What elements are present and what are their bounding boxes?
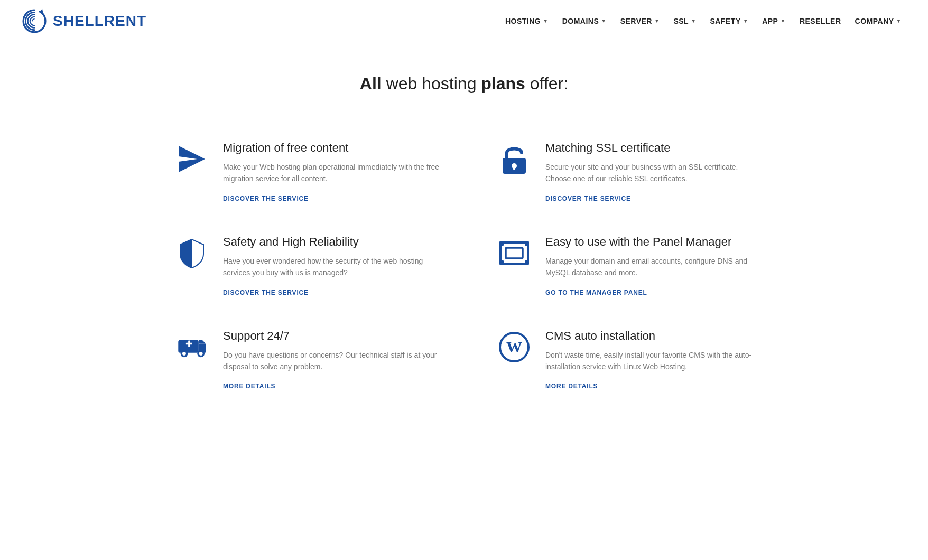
feature-ssl-link[interactable]: DISCOVER THE SERVICE <box>545 195 631 202</box>
feature-support-content: Support 24/7 Do you have questions or co… <box>223 329 443 391</box>
svg-rect-8 <box>499 260 504 265</box>
svg-rect-3 <box>513 166 515 170</box>
chevron-down-icon: ▼ <box>743 18 748 24</box>
chevron-down-icon: ▼ <box>780 18 785 24</box>
main-nav: HOSTING ▼ DOMAINS ▼ SERVER ▼ SSL ▼ SAFET… <box>500 13 907 30</box>
nav-ssl[interactable]: SSL ▼ <box>668 13 701 30</box>
feature-ssl-title: Matching SSL certificate <box>545 141 755 155</box>
nav-safety[interactable]: SAFETY ▼ <box>705 13 754 30</box>
feature-support-link[interactable]: MORE DETAILS <box>223 382 275 390</box>
feature-cms-link[interactable]: MORE DETAILS <box>545 382 598 390</box>
features-grid: Migration of free content Make your Web … <box>168 125 760 406</box>
feature-ssl-desc: Secure your site and your business with … <box>545 161 755 185</box>
feature-panel-desc: Manage your domain and email accounts, c… <box>545 255 755 279</box>
svg-point-14 <box>182 352 186 356</box>
feature-panel-link[interactable]: GO TO THE MANAGER PANEL <box>545 289 647 296</box>
feature-safety-link[interactable]: DISCOVER THE SERVICE <box>223 289 309 296</box>
feature-cms-title: CMS auto installation <box>545 329 755 343</box>
nav-hosting[interactable]: HOSTING ▼ <box>500 13 554 30</box>
nav-reseller[interactable]: RESELLER <box>794 13 847 30</box>
feature-ssl-content: Matching SSL certificate Secure your sit… <box>545 141 755 203</box>
logo-text: SHELLRENT <box>53 13 146 30</box>
feature-support-desc: Do you have questions or concerns? Our t… <box>223 349 443 373</box>
panel-manager-icon <box>496 237 533 269</box>
feature-cms: W CMS auto installation Don't waste time… <box>464 313 760 407</box>
feature-migration-desc: Make your Web hosting plan operational i… <box>223 161 443 185</box>
svg-rect-9 <box>525 260 529 265</box>
logo-icon <box>21 8 48 34</box>
feature-cms-content: CMS auto installation Don't waste time, … <box>545 329 755 391</box>
page-title: All web hosting plans offer: <box>168 74 760 94</box>
chevron-down-icon: ▼ <box>654 18 660 24</box>
feature-cms-desc: Don't waste time, easily install your fa… <box>545 349 755 373</box>
chevron-down-icon: ▼ <box>543 18 548 24</box>
nav-app[interactable]: APP ▼ <box>757 13 791 30</box>
paper-plane-icon <box>173 143 210 175</box>
feature-panel-title: Easy to use with the Panel Manager <box>545 235 755 249</box>
chevron-down-icon: ▼ <box>601 18 606 24</box>
feature-migration-link[interactable]: DISCOVER THE SERVICE <box>223 195 309 202</box>
svg-rect-18 <box>188 340 190 347</box>
wordpress-icon: W <box>496 331 533 363</box>
lock-open-icon <box>496 143 533 175</box>
shield-icon <box>173 237 210 269</box>
feature-support: Support 24/7 Do you have questions or co… <box>168 313 464 407</box>
chevron-down-icon: ▼ <box>691 18 696 24</box>
nav-server[interactable]: SERVER ▼ <box>615 13 665 30</box>
svg-point-16 <box>199 352 203 356</box>
feature-safety-title: Safety and High Reliability <box>223 235 443 249</box>
feature-migration-title: Migration of free content <box>223 141 443 155</box>
feature-support-title: Support 24/7 <box>223 329 443 343</box>
svg-rect-6 <box>499 241 504 246</box>
feature-ssl: Matching SSL certificate Secure your sit… <box>464 125 760 219</box>
feature-safety-content: Safety and High Reliability Have you eve… <box>223 235 443 297</box>
feature-safety-desc: Have you ever wondered how the security … <box>223 255 443 279</box>
ambulance-icon <box>173 331 210 363</box>
svg-rect-4 <box>500 242 528 264</box>
feature-panel-content: Easy to use with the Panel Manager Manag… <box>545 235 755 297</box>
nav-domains[interactable]: DOMAINS ▼ <box>557 13 612 30</box>
svg-rect-5 <box>506 248 523 258</box>
feature-migration: Migration of free content Make your Web … <box>168 125 464 219</box>
svg-marker-12 <box>199 340 206 343</box>
svg-text:W: W <box>506 338 522 356</box>
nav-company[interactable]: COMPANY ▼ <box>850 13 907 30</box>
logo[interactable]: SHELLRENT <box>21 8 146 34</box>
feature-panel: Easy to use with the Panel Manager Manag… <box>464 219 760 313</box>
feature-migration-content: Migration of free content Make your Web … <box>223 141 443 203</box>
feature-safety: Safety and High Reliability Have you eve… <box>168 219 464 313</box>
svg-rect-7 <box>525 241 529 246</box>
chevron-down-icon: ▼ <box>896 18 902 24</box>
